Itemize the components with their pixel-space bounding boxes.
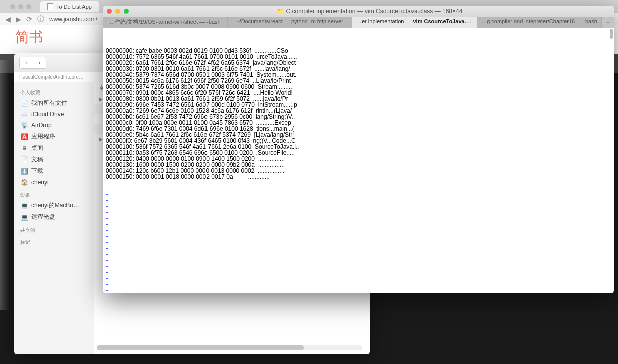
device-icon: 💻: [20, 202, 28, 210]
device-icon: 💻: [20, 213, 28, 221]
sidebar-item[interactable]: ⬇️下载: [14, 165, 94, 177]
jianshu-logo[interactable]: 简书: [15, 28, 43, 47]
doc-icon: [47, 3, 53, 10]
terminal-titlebar[interactable]: 📁 C compiler inplementation — vim Csourc…: [103, 6, 614, 17]
sidebar-item[interactable]: 📄文稿: [14, 154, 94, 165]
finder-back[interactable]: ‹: [20, 57, 33, 68]
sidebar-icon: 📄: [20, 99, 28, 107]
terminal-tab[interactable]: …g compiler and intepreter/Chapter16 — -…: [477, 17, 602, 28]
info-icon: ⓘ: [37, 15, 44, 24]
min-dot[interactable]: [18, 4, 23, 9]
terminal-tabs: …作统/文档/19/OS-kernel-win-sheet — -bash~/D…: [103, 17, 614, 28]
sidebar-item[interactable]: 💻chenyi的MacBo…: [14, 200, 94, 211]
max-dot[interactable]: [26, 4, 31, 9]
sidebar-icon: ☁️: [20, 110, 28, 118]
folder-icon: 📁: [277, 8, 284, 15]
terminal-scrollbar[interactable]: [610, 29, 613, 39]
terminal-window: 📁 C compiler inplementation — vim Csourc…: [103, 6, 614, 293]
sidebar-item[interactable]: 🅰️应用程序: [14, 131, 94, 142]
section-tags: 标记: [14, 235, 94, 247]
sidebar-icon: ⬇️: [20, 167, 28, 175]
section-shared: 共享的: [14, 223, 94, 235]
reload-icon[interactable]: ⟳: [26, 15, 32, 23]
terminal-tab[interactable]: …作统/文档/19/OS-kernel-win-sheet — -bash: [103, 17, 228, 28]
finder-sidebar: 个人收藏 📄我的所有文件☁️iCloud Drive📡AirDrop🅰️应用程序…: [14, 82, 94, 354]
new-tab-button[interactable]: ＋: [602, 17, 614, 28]
sidebar-icon: 📡: [20, 121, 28, 129]
back-icon[interactable]: ◀: [5, 15, 11, 23]
close-icon[interactable]: [107, 9, 112, 14]
close-dot[interactable]: [10, 4, 15, 9]
finder-forward[interactable]: ›: [33, 57, 46, 68]
section-fav: 个人收藏: [14, 85, 94, 97]
minimize-icon[interactable]: [115, 9, 120, 14]
sidebar-icon: 🅰️: [20, 133, 28, 141]
sidebar-item[interactable]: 📡AirDrop: [14, 120, 94, 131]
sidebar-item[interactable]: 💻远程光盘: [14, 211, 94, 223]
tab-title: To Do List App: [56, 4, 92, 10]
terminal-tab[interactable]: …er inplementation — vim CsourceToJava.c…: [352, 17, 477, 28]
hex-dump: 00000000: cafe babe 0003 002d 0019 0100 …: [106, 48, 611, 180]
sidebar-icon: 📄: [20, 156, 28, 164]
sidebar-item[interactable]: 📄我的所有文件: [14, 97, 94, 109]
sidebar-icon: 🖥: [20, 144, 28, 152]
finder-scrollbar[interactable]: [97, 345, 362, 350]
terminal-body[interactable]: 00000000: cafe babe 0003 002d 0019 0100 …: [103, 28, 614, 293]
zoom-icon[interactable]: [124, 9, 129, 14]
dock-edge: [0, 60, 9, 310]
browser-tab[interactable]: To Do List App: [40, 1, 99, 12]
browser-traffic-lights[interactable]: [5, 4, 36, 9]
sidebar-item[interactable]: ☁️iCloud Drive: [14, 109, 94, 120]
sidebar-item[interactable]: 🏠chenyi: [14, 177, 94, 188]
vim-tilde: ~: [106, 287, 109, 293]
terminal-tab[interactable]: ~/Documents/react — python -m http.serve…: [228, 17, 352, 28]
terminal-title: 📁 C compiler inplementation — vim Csourc…: [129, 8, 610, 15]
sidebar-icon: 🏠: [20, 178, 28, 186]
forward-icon[interactable]: ▶: [16, 15, 21, 23]
section-dev: 设备: [14, 188, 94, 200]
sidebar-item[interactable]: 🖥桌面: [14, 142, 94, 154]
